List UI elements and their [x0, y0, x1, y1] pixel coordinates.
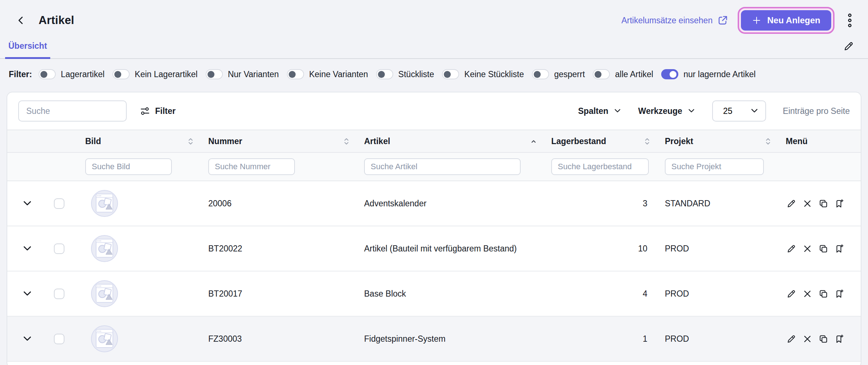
copy-button[interactable]: [818, 243, 829, 254]
copy-button[interactable]: [818, 288, 829, 299]
filter-toggle-kein-lagerartikel[interactable]: Kein Lagerartikel: [113, 69, 198, 79]
chevron-down-icon: [750, 107, 759, 115]
pencil-icon: [786, 199, 796, 209]
external-link-icon: [717, 15, 728, 26]
column-search-nummer[interactable]: [208, 158, 295, 175]
row-lagerbestand: 3: [542, 199, 656, 209]
bookmark-add-button[interactable]: [834, 198, 845, 209]
column-search-projekt[interactable]: [665, 158, 764, 175]
column-search-lagerbestand[interactable]: [551, 158, 649, 175]
spalten-dropdown[interactable]: Spalten: [578, 106, 622, 116]
edit-button[interactable]: [786, 288, 797, 299]
toggle-switch[interactable]: [661, 69, 678, 79]
row-nummer: BT20017: [200, 289, 355, 299]
column-header-lagerbestand[interactable]: Lagerbestand: [542, 130, 656, 152]
page-size-suffix: Einträge pro Seite: [783, 106, 850, 116]
toggle-switch[interactable]: [113, 69, 130, 79]
kebab-menu-button[interactable]: [845, 11, 854, 29]
pencil-icon: [786, 334, 796, 344]
delete-button[interactable]: [802, 288, 813, 299]
filter-toggle-lagerartikel[interactable]: Lagerartikel: [39, 69, 104, 79]
row-projekt: STANDARD: [656, 199, 777, 209]
edit-button[interactable]: [786, 333, 797, 345]
filter-toggle-alle-artikel[interactable]: alle Artikel: [593, 69, 653, 79]
table-header-row: Bild Nummer Artikel Lagerbestand Projekt…: [7, 130, 861, 153]
image-placeholder-icon: [90, 325, 119, 353]
image-placeholder-icon: [90, 279, 119, 308]
neu-anlegen-label: Neu Anlegen: [767, 15, 820, 25]
toolbar-right: Spalten Werkzeuge 25 Einträge pro Seite: [578, 100, 850, 122]
copy-icon: [818, 199, 828, 209]
row-expand-button[interactable]: [21, 242, 34, 255]
row-actions: [777, 333, 861, 345]
bookmark-add-button[interactable]: [834, 243, 845, 254]
sort-up-down-icon: [188, 138, 194, 145]
x-icon: [802, 244, 812, 254]
row-lagerbestand: 1: [542, 334, 656, 344]
bookmark-add-button[interactable]: [834, 288, 845, 299]
row-actions: [777, 288, 861, 299]
edit-button[interactable]: [786, 243, 797, 254]
row-checkbox[interactable]: [54, 289, 64, 299]
filter-toggle-nur-varianten[interactable]: Nur Varianten: [206, 69, 279, 79]
row-expand-button[interactable]: [21, 332, 34, 345]
column-search-bild[interactable]: [85, 158, 172, 175]
copy-icon: [818, 334, 828, 344]
neu-anlegen-button[interactable]: Neu Anlegen: [741, 10, 831, 31]
table-row: BT20017 Base Block 4 PROD: [7, 271, 861, 317]
werkzeuge-dropdown[interactable]: Werkzeuge: [638, 106, 695, 116]
toggle-switch[interactable]: [442, 69, 459, 79]
bookmark-plus-icon: [835, 199, 844, 209]
edit-view-button[interactable]: [842, 39, 856, 53]
search-input[interactable]: [18, 100, 127, 122]
spalten-label: Spalten: [578, 106, 608, 116]
image-placeholder-icon: [90, 189, 119, 218]
back-button[interactable]: [15, 14, 28, 27]
table-row: 20006 Adventskalender 3 STANDARD: [7, 181, 861, 226]
column-header-bild[interactable]: Bild: [76, 130, 200, 152]
tab-uebersicht[interactable]: Übersicht: [5, 41, 50, 59]
sort-up-down-icon: [644, 138, 650, 145]
row-lagerbestand: 10: [542, 244, 656, 254]
filter-button-label: Filter: [155, 106, 175, 116]
filter-button[interactable]: Filter: [140, 106, 175, 116]
toggle-switch[interactable]: [593, 69, 610, 79]
toggle-switch[interactable]: [287, 69, 304, 79]
column-header-projekt[interactable]: Projekt: [656, 130, 777, 152]
row-checkbox[interactable]: [54, 334, 64, 344]
page-size-select[interactable]: 25: [712, 100, 766, 122]
column-search-artikel[interactable]: [364, 158, 521, 175]
column-header-nummer[interactable]: Nummer: [200, 130, 355, 152]
copy-icon: [818, 289, 828, 299]
row-nummer: BT20022: [200, 244, 355, 254]
filter-toggle-keine-stueckliste[interactable]: Keine Stückliste: [442, 69, 524, 79]
delete-button[interactable]: [802, 198, 813, 209]
filter-toggle-gesperrt[interactable]: gesperrt: [532, 69, 585, 79]
row-artikel: Fidgetspinner-System: [355, 334, 542, 344]
copy-button[interactable]: [818, 198, 829, 209]
copy-button[interactable]: [818, 333, 829, 345]
toggle-switch[interactable]: [39, 69, 56, 79]
article-table-card: Filter Spalten Werkzeuge 25 Einträge pro…: [7, 92, 861, 365]
row-expand-button[interactable]: [21, 197, 34, 210]
row-checkbox[interactable]: [54, 243, 64, 254]
column-header-artikel[interactable]: Artikel: [355, 130, 542, 152]
row-expand-button[interactable]: [21, 287, 34, 300]
row-checkbox[interactable]: [54, 198, 64, 209]
row-actions: [777, 243, 861, 254]
filter-toggle-keine-varianten[interactable]: Keine Varianten: [287, 69, 368, 79]
toggle-switch[interactable]: [532, 69, 549, 79]
filter-toggle-nur-lagernde-artikel[interactable]: nur lagernde Artikel: [661, 69, 755, 79]
artikelumsaetze-link[interactable]: Artikelumsätze einsehen: [622, 15, 729, 26]
table-toolbar: Filter Spalten Werkzeuge 25 Einträge pro…: [7, 92, 861, 130]
bookmark-plus-icon: [835, 244, 844, 254]
page-header: Artikel Artikelumsätze einsehen Neu Anle…: [0, 0, 868, 35]
edit-button[interactable]: [786, 198, 797, 209]
bookmark-add-button[interactable]: [834, 333, 845, 345]
filter-toggle-stueckliste[interactable]: Stückliste: [376, 69, 434, 79]
delete-button[interactable]: [802, 243, 813, 254]
toggle-switch[interactable]: [206, 69, 223, 79]
chevron-down-icon: [22, 198, 32, 209]
delete-button[interactable]: [802, 333, 813, 345]
toggle-switch[interactable]: [376, 69, 393, 79]
